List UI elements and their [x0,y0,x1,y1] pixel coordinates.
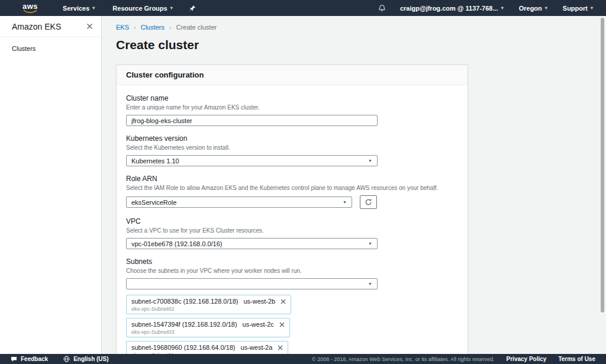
role-arn-help: Select the IAM Role to allow Amazon EKS … [126,185,458,191]
breadcrumb-eks-link[interactable]: EKS [116,24,129,31]
kubernetes-version-select[interactable]: Kubernetes 1.10 ▼ [126,155,378,166]
close-icon [278,345,283,350]
sidebar-title: Amazon EKS [12,22,61,31]
subnet-chip-id: subnet-19680960 (192.168.64.0/18) [131,344,236,351]
subnet-chip-row: subnet-19680960 (192.168.64.0/18) us-wes… [131,344,283,351]
chevron-down-icon: ▾ [501,6,504,11]
cluster-name-help: Enter a unique name for your Amazon EKS … [126,104,458,111]
pushpin-icon [189,5,196,12]
globe-icon [63,356,70,362]
language-button[interactable]: English (US) [63,356,108,362]
cluster-name-field: Cluster name Enter a unique name for you… [126,94,458,126]
chevron-down-icon: ▾ [591,6,593,11]
subnet-chips: subnet-c700838c (192.168.128.0/18) us-we… [126,295,458,354]
kubernetes-version-field: Kubernetes version Select the Kubernetes… [126,134,458,166]
bell-icon [378,4,386,12]
footer-bar: Feedback English (US) © 2008 - 2018, Ama… [0,354,606,364]
role-arn-value: eksServiceRole [131,199,176,206]
account-label: craigp@jfrog.com @ 1137-768... [400,5,498,12]
role-arn-select[interactable]: eksServiceRole ▼ [126,197,352,208]
subnet-chip: subnet-1547394f (192.168.192.0/18) us-we… [126,318,290,337]
vpc-label: VPC [126,217,458,226]
page-title: Create cluster [116,38,606,52]
dropdown-caret-icon: ▼ [368,159,372,163]
subnet-chip-id: subnet-1547394f (192.168.192.0/18) [131,321,237,328]
sidebar-close-button[interactable] [86,23,93,30]
aws-logo-text: aws [22,3,38,9]
footer-right-group: © 2008 - 2018, Amazon Web Services, Inc.… [312,356,595,362]
refresh-icon [365,198,372,206]
subnets-field: Subnets Choose the subnets in your VPC w… [126,257,458,354]
kubernetes-version-value: Kubernetes 1.10 [131,157,179,165]
services-menu[interactable]: Services ▾ [63,5,95,12]
subnet-chip-id: subnet-c700838c (192.168.128.0/18) [131,298,238,305]
vertical-scrollbar[interactable] [601,18,604,313]
dropdown-caret-icon: ▼ [368,282,372,286]
aws-smile-icon [23,9,37,14]
kubernetes-version-help: Select the Kubernetes version to install… [126,144,458,151]
vpc-select[interactable]: vpc-01ebe678 (192.168.0.0/16) ▼ [126,238,378,249]
subnet-chip-name: eks-vpc-Subnet02 [131,306,286,312]
subnets-help: Choose the subnets in your VPC where you… [126,268,458,274]
resource-groups-menu[interactable]: Resource Groups ▾ [112,5,172,12]
resource-groups-label: Resource Groups [112,5,167,12]
speech-bubble-icon [11,356,17,362]
refresh-roles-button[interactable] [360,195,377,209]
subnet-chip-name: eks-vpc-Subnet03 [131,329,285,335]
breadcrumb: EKS › Clusters › Create cluster [116,24,606,31]
eks-sidebar: Amazon EKS Clusters [0,16,102,354]
feedback-button[interactable]: Feedback [11,356,48,362]
subnet-chip-az: us-west-2a [241,344,273,351]
role-arn-field: Role ARN Select the IAM Role to allow Am… [126,175,458,209]
sidebar-header: Amazon EKS [0,16,101,37]
subnets-label: Subnets [126,257,458,266]
subnets-select[interactable]: ▼ [126,278,378,289]
dropdown-caret-icon: ▼ [368,241,372,246]
subnet-chip-row: subnet-c700838c (192.168.128.0/18) us-we… [131,298,286,305]
role-arn-label: Role ARN [126,175,458,183]
notifications-button[interactable] [378,4,386,12]
role-arn-row: eksServiceRole ▼ [126,195,458,209]
cluster-name-label: Cluster name [126,94,458,102]
copyright-text: © 2008 - 2018, Amazon Web Services, Inc.… [312,356,494,362]
account-menu[interactable]: craigp@jfrog.com @ 1137-768... ▾ [400,5,504,12]
vpc-help: Select a VPC to use for your EKS Cluster… [126,227,458,234]
subnet-chip-row: subnet-1547394f (192.168.192.0/18) us-we… [131,321,285,328]
vpc-value: vpc-01ebe678 (192.168.0.0/16) [131,240,223,247]
breadcrumb-current: Create cluster [176,24,217,31]
subnet-chip: subnet-19680960 (192.168.64.0/18) us-wes… [126,341,288,354]
subnet-chip: subnet-c700838c (192.168.128.0/18) us-we… [126,295,291,314]
kubernetes-version-label: Kubernetes version [126,134,458,143]
chevron-down-icon: ▾ [545,6,547,11]
dropdown-caret-icon: ▼ [343,200,347,204]
chevron-down-icon: ▾ [170,6,173,11]
support-menu[interactable]: Support ▾ [563,5,593,12]
close-icon [86,23,93,30]
chevron-down-icon: ▾ [92,6,95,11]
aws-logo[interactable]: aws [22,3,38,14]
language-label: English (US) [73,356,108,362]
support-label: Support [563,5,588,12]
remove-subnet-button[interactable] [279,322,285,327]
cluster-configuration-card: Cluster configuration Cluster name Enter… [116,65,468,354]
cluster-name-input[interactable] [126,115,378,126]
sidebar-item-clusters[interactable]: Clusters [0,37,101,52]
close-icon [279,322,285,327]
main-content: EKS › Clusters › Create cluster Create c… [102,16,606,354]
breadcrumb-clusters-link[interactable]: Clusters [141,24,165,31]
chevron-right-icon: › [134,24,136,31]
region-label: Oregon [519,5,542,12]
remove-subnet-button[interactable] [281,299,286,304]
feedback-label: Feedback [21,356,48,362]
subnet-chip-az: us-west-2b [243,298,275,305]
top-navigation-bar: aws Services ▾ Resource Groups ▾ craigp@… [0,0,606,16]
privacy-policy-link[interactable]: Privacy Policy [507,356,547,362]
chevron-right-icon: › [169,24,172,31]
services-label: Services [63,5,89,12]
pin-shortcut-button[interactable] [189,5,196,12]
region-menu[interactable]: Oregon ▾ [519,5,547,12]
subnet-chip-az: us-west-2c [243,321,274,328]
terms-of-use-link[interactable]: Terms of Use [558,356,595,362]
vpc-field: VPC Select a VPC to use for your EKS Clu… [126,217,458,249]
remove-subnet-button[interactable] [278,345,283,350]
